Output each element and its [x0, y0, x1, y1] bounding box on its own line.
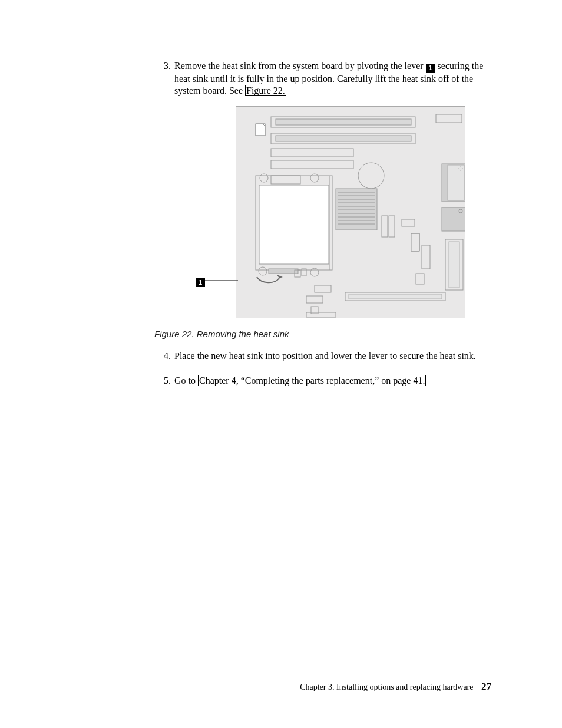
svg-rect-7	[256, 124, 265, 136]
svg-rect-4	[276, 136, 411, 141]
figure-22-link-inline[interactable]: Figure 22.	[245, 85, 286, 96]
svg-rect-38	[259, 185, 329, 264]
page: 3. Remove the heat sink from the system …	[0, 0, 562, 728]
step-3-body: Remove the heat sink from the system boa…	[174, 60, 484, 97]
step-4-body: Place the new heat sink into position an…	[174, 350, 476, 362]
step-5-body: Go to Chapter 4, “Completing the parts r…	[174, 375, 426, 387]
svg-rect-2	[276, 119, 411, 125]
svg-rect-15	[449, 242, 459, 288]
footer-page-number: 27	[481, 681, 491, 692]
figure-22	[236, 106, 465, 318]
svg-rect-49	[349, 294, 442, 299]
svg-rect-12	[442, 207, 465, 231]
step-3: 3. Remove the heat sink from the system …	[157, 60, 484, 97]
figure-22-caption-label: Figure 22.	[154, 329, 194, 339]
page-footer: Chapter 3. Installing options and replac…	[300, 681, 491, 693]
step-4-number: 4.	[157, 350, 174, 362]
step-3-number: 3.	[157, 60, 174, 72]
figure-22-caption-text: Removing the heat sink	[197, 329, 289, 339]
svg-rect-41	[269, 269, 298, 274]
footer-chapter: Chapter 3. Installing options and replac…	[300, 683, 473, 691]
figure-22-caption: Figure 22. Removing the heat sink	[154, 329, 289, 339]
step-4: 4. Place the new heat sink into position…	[157, 350, 484, 362]
callout-1-leader	[205, 277, 240, 284]
step-5: 5. Go to Chapter 4, “Completing the part…	[157, 375, 484, 387]
step-5-text-before: Go to	[174, 375, 198, 386]
callout-1-inline: 1	[426, 64, 435, 73]
system-board-diagram	[236, 106, 465, 318]
figure-callout-1: 1	[196, 275, 205, 287]
step-5-number: 5.	[157, 375, 174, 387]
callout-1-box: 1	[196, 278, 205, 287]
chapter-4-link[interactable]: Chapter 4, “Completing the parts replace…	[198, 375, 426, 386]
step-3-text-before: Remove the heat sink from the system boa…	[174, 61, 426, 71]
